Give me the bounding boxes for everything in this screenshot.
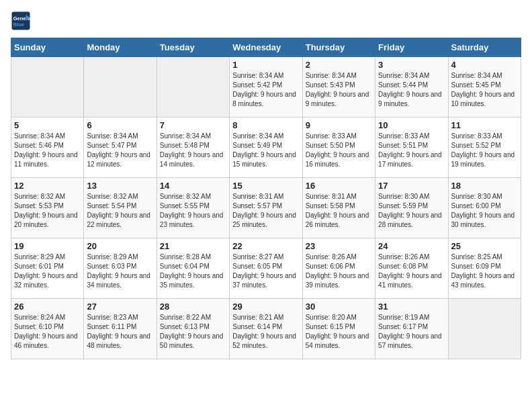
day-number: 30 bbox=[306, 302, 372, 312]
calendar-cell bbox=[448, 299, 521, 359]
day-number: 13 bbox=[87, 181, 153, 191]
calendar-cell: 10Sunrise: 8:33 AM Sunset: 5:51 PM Dayli… bbox=[375, 118, 448, 178]
weekday-header-tuesday: Tuesday bbox=[157, 38, 229, 57]
day-number: 1 bbox=[232, 60, 299, 70]
calendar-cell: 25Sunrise: 8:25 AM Sunset: 6:09 PM Dayli… bbox=[448, 238, 521, 299]
day-number: 6 bbox=[87, 120, 153, 130]
weekday-header-row: SundayMondayTuesdayWednesdayThursdayFrid… bbox=[11, 38, 521, 57]
day-number: 25 bbox=[451, 241, 518, 251]
day-info: Sunrise: 8:34 AM Sunset: 5:48 PM Dayligh… bbox=[160, 132, 226, 169]
day-info: Sunrise: 8:34 AM Sunset: 5:45 PM Dayligh… bbox=[451, 71, 518, 109]
day-info: Sunrise: 8:30 AM Sunset: 5:59 PM Dayligh… bbox=[378, 192, 445, 230]
day-number: 18 bbox=[451, 181, 518, 191]
calendar-cell: 1Sunrise: 8:34 AM Sunset: 5:42 PM Daylig… bbox=[230, 57, 302, 118]
calendar-cell: 8Sunrise: 8:34 AM Sunset: 5:49 PM Daylig… bbox=[230, 118, 302, 178]
calendar-week-row: 12Sunrise: 8:32 AM Sunset: 5:53 PM Dayli… bbox=[11, 178, 521, 238]
day-number: 21 bbox=[160, 241, 226, 251]
day-info: Sunrise: 8:31 AM Sunset: 5:57 PM Dayligh… bbox=[232, 192, 299, 230]
calendar-cell: 3Sunrise: 8:34 AM Sunset: 5:44 PM Daylig… bbox=[375, 57, 448, 118]
calendar-cell: 21Sunrise: 8:28 AM Sunset: 6:04 PM Dayli… bbox=[157, 238, 229, 299]
calendar-table: SundayMondayTuesdayWednesdayThursdayFrid… bbox=[11, 38, 521, 359]
calendar-cell: 23Sunrise: 8:26 AM Sunset: 6:06 PM Dayli… bbox=[302, 238, 375, 299]
calendar-cell: 31Sunrise: 8:19 AM Sunset: 6:17 PM Dayli… bbox=[375, 299, 448, 359]
calendar-week-row: 1Sunrise: 8:34 AM Sunset: 5:42 PM Daylig… bbox=[11, 57, 521, 118]
day-info: Sunrise: 8:32 AM Sunset: 5:55 PM Dayligh… bbox=[160, 192, 226, 230]
day-number: 29 bbox=[232, 302, 299, 312]
day-info: Sunrise: 8:24 AM Sunset: 6:10 PM Dayligh… bbox=[14, 313, 81, 351]
day-info: Sunrise: 8:34 AM Sunset: 5:47 PM Dayligh… bbox=[87, 132, 153, 169]
calendar-cell: 30Sunrise: 8:20 AM Sunset: 6:15 PM Dayli… bbox=[302, 299, 375, 359]
day-number: 31 bbox=[378, 302, 445, 312]
calendar-cell bbox=[84, 57, 157, 118]
day-info: Sunrise: 8:19 AM Sunset: 6:17 PM Dayligh… bbox=[378, 313, 445, 351]
day-info: Sunrise: 8:21 AM Sunset: 6:14 PM Dayligh… bbox=[232, 313, 299, 351]
calendar-cell: 14Sunrise: 8:32 AM Sunset: 5:55 PM Dayli… bbox=[157, 178, 229, 238]
day-number: 5 bbox=[14, 120, 81, 130]
calendar-cell: 17Sunrise: 8:30 AM Sunset: 5:59 PM Dayli… bbox=[375, 178, 448, 238]
day-number: 26 bbox=[14, 302, 81, 312]
day-info: Sunrise: 8:33 AM Sunset: 5:52 PM Dayligh… bbox=[451, 132, 518, 169]
day-info: Sunrise: 8:33 AM Sunset: 5:50 PM Dayligh… bbox=[306, 132, 372, 169]
day-number: 2 bbox=[306, 60, 372, 70]
calendar-cell: 16Sunrise: 8:31 AM Sunset: 5:58 PM Dayli… bbox=[302, 178, 375, 238]
calendar-cell: 7Sunrise: 8:34 AM Sunset: 5:48 PM Daylig… bbox=[157, 118, 229, 178]
calendar-cell: 27Sunrise: 8:23 AM Sunset: 6:11 PM Dayli… bbox=[84, 299, 157, 359]
weekday-header-friday: Friday bbox=[375, 38, 448, 57]
calendar-cell: 13Sunrise: 8:32 AM Sunset: 5:54 PM Dayli… bbox=[84, 178, 157, 238]
weekday-header-monday: Monday bbox=[84, 38, 157, 57]
day-number: 24 bbox=[378, 241, 445, 251]
calendar-cell: 26Sunrise: 8:24 AM Sunset: 6:10 PM Dayli… bbox=[11, 299, 84, 359]
weekday-header-sunday: Sunday bbox=[11, 38, 84, 57]
calendar-cell: 28Sunrise: 8:22 AM Sunset: 6:13 PM Dayli… bbox=[157, 299, 229, 359]
calendar-cell: 2Sunrise: 8:34 AM Sunset: 5:43 PM Daylig… bbox=[302, 57, 375, 118]
day-info: Sunrise: 8:25 AM Sunset: 6:09 PM Dayligh… bbox=[451, 253, 518, 290]
day-number: 16 bbox=[306, 181, 372, 191]
day-number: 20 bbox=[87, 241, 153, 251]
calendar-cell: 9Sunrise: 8:33 AM Sunset: 5:50 PM Daylig… bbox=[302, 118, 375, 178]
weekday-header-saturday: Saturday bbox=[448, 38, 521, 57]
day-info: Sunrise: 8:28 AM Sunset: 6:04 PM Dayligh… bbox=[160, 253, 226, 290]
calendar-cell bbox=[157, 57, 229, 118]
day-info: Sunrise: 8:22 AM Sunset: 6:13 PM Dayligh… bbox=[160, 313, 226, 351]
day-info: Sunrise: 8:32 AM Sunset: 5:54 PM Dayligh… bbox=[87, 192, 153, 230]
day-info: Sunrise: 8:26 AM Sunset: 6:06 PM Dayligh… bbox=[306, 253, 372, 290]
calendar-cell: 18Sunrise: 8:30 AM Sunset: 6:00 PM Dayli… bbox=[448, 178, 521, 238]
day-number: 23 bbox=[306, 241, 372, 251]
calendar-week-row: 19Sunrise: 8:29 AM Sunset: 6:01 PM Dayli… bbox=[11, 238, 521, 299]
day-number: 10 bbox=[378, 120, 445, 130]
day-info: Sunrise: 8:29 AM Sunset: 6:03 PM Dayligh… bbox=[87, 253, 153, 290]
day-info: Sunrise: 8:23 AM Sunset: 6:11 PM Dayligh… bbox=[87, 313, 153, 351]
calendar-cell: 24Sunrise: 8:26 AM Sunset: 6:08 PM Dayli… bbox=[375, 238, 448, 299]
calendar-cell: 12Sunrise: 8:32 AM Sunset: 5:53 PM Dayli… bbox=[11, 178, 84, 238]
logo-icon: General Blue bbox=[11, 11, 31, 31]
calendar-cell: 6Sunrise: 8:34 AM Sunset: 5:47 PM Daylig… bbox=[84, 118, 157, 178]
day-number: 27 bbox=[87, 302, 153, 312]
day-number: 14 bbox=[160, 181, 226, 191]
day-info: Sunrise: 8:30 AM Sunset: 6:00 PM Dayligh… bbox=[451, 192, 518, 230]
svg-text:Blue: Blue bbox=[13, 21, 24, 28]
calendar-cell: 15Sunrise: 8:31 AM Sunset: 5:57 PM Dayli… bbox=[230, 178, 302, 238]
day-info: Sunrise: 8:34 AM Sunset: 5:46 PM Dayligh… bbox=[14, 132, 81, 169]
day-info: Sunrise: 8:34 AM Sunset: 5:42 PM Dayligh… bbox=[232, 71, 299, 109]
day-number: 15 bbox=[232, 181, 299, 191]
weekday-header-wednesday: Wednesday bbox=[230, 38, 302, 57]
day-number: 4 bbox=[451, 60, 518, 70]
calendar-cell: 20Sunrise: 8:29 AM Sunset: 6:03 PM Dayli… bbox=[84, 238, 157, 299]
calendar-cell: 22Sunrise: 8:27 AM Sunset: 6:05 PM Dayli… bbox=[230, 238, 302, 299]
calendar-week-row: 26Sunrise: 8:24 AM Sunset: 6:10 PM Dayli… bbox=[11, 299, 521, 359]
calendar-cell: 4Sunrise: 8:34 AM Sunset: 5:45 PM Daylig… bbox=[448, 57, 521, 118]
day-number: 17 bbox=[378, 181, 445, 191]
calendar-cell bbox=[11, 57, 84, 118]
day-info: Sunrise: 8:32 AM Sunset: 5:53 PM Dayligh… bbox=[14, 192, 81, 230]
day-info: Sunrise: 8:29 AM Sunset: 6:01 PM Dayligh… bbox=[14, 253, 81, 290]
day-number: 7 bbox=[160, 120, 226, 130]
logo: General Blue bbox=[11, 11, 34, 31]
header: General Blue bbox=[11, 11, 521, 31]
day-info: Sunrise: 8:34 AM Sunset: 5:49 PM Dayligh… bbox=[232, 132, 299, 169]
day-info: Sunrise: 8:34 AM Sunset: 5:43 PM Dayligh… bbox=[306, 71, 372, 109]
day-number: 8 bbox=[232, 120, 299, 130]
day-number: 9 bbox=[306, 120, 372, 130]
weekday-header-thursday: Thursday bbox=[302, 38, 375, 57]
calendar-cell: 19Sunrise: 8:29 AM Sunset: 6:01 PM Dayli… bbox=[11, 238, 84, 299]
day-number: 11 bbox=[451, 120, 518, 130]
